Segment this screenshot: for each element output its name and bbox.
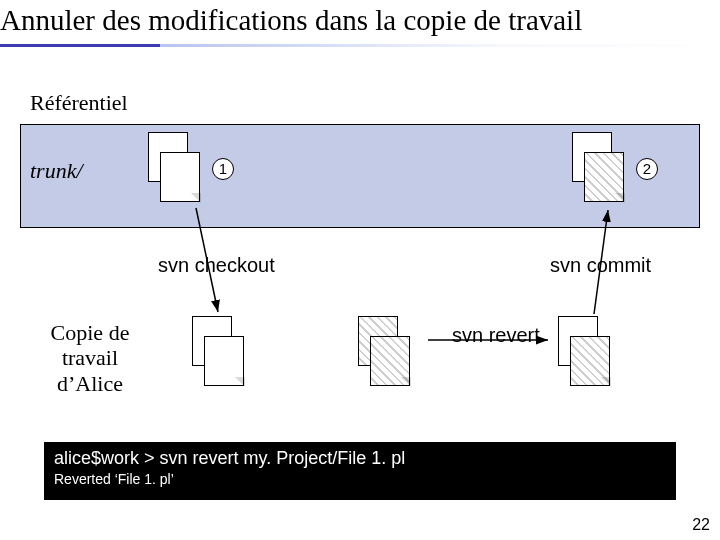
page-number: 22 [692,516,710,534]
file-icon-hatched [570,336,610,386]
label-commit: svn commit [550,254,651,277]
revision-badge-1: 1 [212,158,234,180]
file-icon-hatched [370,336,410,386]
label-revert: svn revert [452,324,540,347]
label-checkout: svn checkout [158,254,275,277]
terminal-command: alice$work > svn revert my. Project/File… [54,448,666,469]
repository-label: Référentiel [30,90,128,116]
terminal-response: Reverted ‘File 1. pl’ [54,471,666,487]
file-icon [160,152,200,202]
trunk-label: trunk/ [30,158,83,184]
slide-title: Annuler des modifications dans la copie … [0,4,720,37]
terminal: alice$work > svn revert my. Project/File… [44,442,676,500]
revision-badge-2: 2 [636,158,658,180]
working-copy-label: Copie de travail d’Alice [30,320,150,396]
file-icon [204,336,244,386]
file-icon-hatched [584,152,624,202]
title-underline [0,44,720,50]
